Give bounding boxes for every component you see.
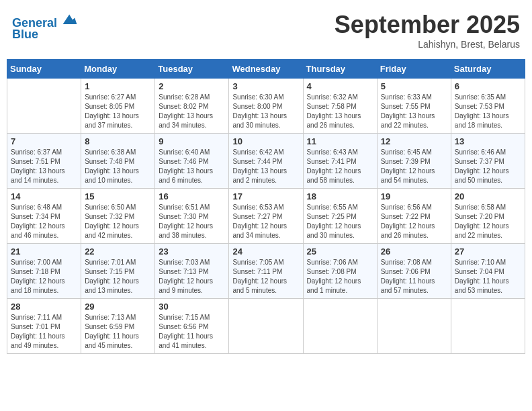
- day-info: Sunrise: 6:27 AM Sunset: 8:05 PM Dayligh…: [85, 93, 151, 130]
- day-number: 10: [232, 136, 299, 146]
- day-number: 2: [159, 81, 225, 91]
- day-info: Sunrise: 7:00 AM Sunset: 7:18 PM Dayligh…: [11, 258, 77, 295]
- day-info: Sunrise: 6:40 AM Sunset: 7:46 PM Dayligh…: [159, 148, 225, 185]
- day-info: Sunrise: 6:48 AM Sunset: 7:34 PM Dayligh…: [11, 203, 77, 240]
- month-title: September 2025: [335, 11, 520, 39]
- day-info: Sunrise: 6:28 AM Sunset: 8:02 PM Dayligh…: [159, 93, 225, 130]
- calendar-cell: 10Sunrise: 6:42 AM Sunset: 7:44 PM Dayli…: [229, 134, 303, 189]
- location: Lahishyn, Brest, Belarus: [335, 39, 520, 50]
- logo: General Blue: [12, 11, 78, 42]
- day-info: Sunrise: 7:06 AM Sunset: 7:08 PM Dayligh…: [307, 258, 373, 295]
- calendar-cell: 14Sunrise: 6:48 AM Sunset: 7:34 PM Dayli…: [7, 189, 81, 244]
- calendar-cell: 5Sunrise: 6:33 AM Sunset: 7:55 PM Daylig…: [377, 79, 451, 134]
- day-info: Sunrise: 7:08 AM Sunset: 7:06 PM Dayligh…: [381, 258, 447, 295]
- day-number: 23: [159, 246, 225, 257]
- calendar-cell: [377, 299, 451, 354]
- calendar-cell: 23Sunrise: 7:03 AM Sunset: 7:13 PM Dayli…: [155, 244, 229, 299]
- calendar-cell: [451, 299, 525, 354]
- weekday-header-sunday: Sunday: [7, 60, 81, 79]
- day-info: Sunrise: 7:11 AM Sunset: 7:01 PM Dayligh…: [11, 313, 77, 351]
- day-info: Sunrise: 6:37 AM Sunset: 7:51 PM Dayligh…: [11, 148, 77, 185]
- day-number: 3: [232, 81, 299, 91]
- day-number: 14: [11, 191, 77, 201]
- calendar-cell: [7, 79, 81, 134]
- day-number: 19: [381, 191, 447, 201]
- day-number: 20: [455, 191, 521, 201]
- calendar-cell: 20Sunrise: 6:58 AM Sunset: 7:20 PM Dayli…: [451, 189, 525, 244]
- calendar-cell: 2Sunrise: 6:28 AM Sunset: 8:02 PM Daylig…: [155, 79, 229, 134]
- day-number: 30: [159, 302, 225, 312]
- calendar-cell: 13Sunrise: 6:46 AM Sunset: 7:37 PM Dayli…: [451, 134, 525, 189]
- header: General Blue September 2025 Lahishyn, Br…: [7, 7, 525, 54]
- day-info: Sunrise: 6:33 AM Sunset: 7:55 PM Dayligh…: [381, 93, 447, 130]
- day-number: 4: [307, 81, 373, 91]
- day-info: Sunrise: 6:30 AM Sunset: 8:00 PM Dayligh…: [232, 93, 299, 130]
- calendar-cell: 25Sunrise: 7:06 AM Sunset: 7:08 PM Dayli…: [303, 244, 377, 299]
- day-number: 8: [85, 136, 151, 146]
- day-info: Sunrise: 7:03 AM Sunset: 7:13 PM Dayligh…: [159, 258, 225, 295]
- calendar: SundayMondayTuesdayWednesdayThursdayFrid…: [7, 59, 525, 354]
- week-row-2: 14Sunrise: 6:48 AM Sunset: 7:34 PM Dayli…: [7, 189, 525, 244]
- day-number: 28: [11, 302, 77, 312]
- calendar-cell: 1Sunrise: 6:27 AM Sunset: 8:05 PM Daylig…: [81, 79, 155, 134]
- calendar-cell: 15Sunrise: 6:50 AM Sunset: 7:32 PM Dayli…: [81, 189, 155, 244]
- weekday-header-thursday: Thursday: [303, 60, 377, 79]
- day-info: Sunrise: 6:32 AM Sunset: 7:58 PM Dayligh…: [307, 93, 373, 130]
- calendar-cell: 28Sunrise: 7:11 AM Sunset: 7:01 PM Dayli…: [7, 299, 81, 354]
- calendar-cell: 22Sunrise: 7:01 AM Sunset: 7:15 PM Dayli…: [81, 244, 155, 299]
- day-number: 21: [11, 246, 77, 257]
- day-number: 11: [307, 136, 373, 146]
- calendar-cell: 29Sunrise: 7:13 AM Sunset: 6:59 PM Dayli…: [81, 299, 155, 354]
- day-number: 5: [381, 81, 447, 91]
- day-number: 15: [85, 191, 151, 201]
- day-number: 26: [381, 246, 447, 257]
- week-row-4: 28Sunrise: 7:11 AM Sunset: 7:01 PM Dayli…: [7, 299, 525, 354]
- svg-marker-0: [63, 15, 77, 24]
- calendar-cell: 27Sunrise: 7:10 AM Sunset: 7:04 PM Dayli…: [451, 244, 525, 299]
- title-block: September 2025 Lahishyn, Brest, Belarus: [335, 11, 520, 50]
- calendar-cell: 26Sunrise: 7:08 AM Sunset: 7:06 PM Dayli…: [377, 244, 451, 299]
- calendar-cell: 9Sunrise: 6:40 AM Sunset: 7:46 PM Daylig…: [155, 134, 229, 189]
- calendar-cell: 8Sunrise: 6:38 AM Sunset: 7:48 PM Daylig…: [81, 134, 155, 189]
- day-info: Sunrise: 6:58 AM Sunset: 7:20 PM Dayligh…: [455, 203, 521, 240]
- day-number: 9: [159, 136, 225, 146]
- logo-icon: [62, 11, 78, 27]
- day-info: Sunrise: 6:53 AM Sunset: 7:27 PM Dayligh…: [232, 203, 299, 240]
- weekday-header-wednesday: Wednesday: [229, 60, 303, 79]
- day-number: 1: [85, 81, 151, 91]
- day-info: Sunrise: 6:46 AM Sunset: 7:37 PM Dayligh…: [455, 148, 521, 185]
- calendar-cell: 11Sunrise: 6:43 AM Sunset: 7:41 PM Dayli…: [303, 134, 377, 189]
- day-number: 16: [159, 191, 225, 201]
- calendar-cell: 19Sunrise: 6:56 AM Sunset: 7:22 PM Dayli…: [377, 189, 451, 244]
- calendar-cell: 21Sunrise: 7:00 AM Sunset: 7:18 PM Dayli…: [7, 244, 81, 299]
- calendar-cell: [303, 299, 377, 354]
- week-row-0: 1Sunrise: 6:27 AM Sunset: 8:05 PM Daylig…: [7, 79, 525, 134]
- day-number: 17: [232, 191, 299, 201]
- day-info: Sunrise: 6:35 AM Sunset: 7:53 PM Dayligh…: [455, 93, 521, 130]
- day-number: 12: [381, 136, 447, 146]
- calendar-cell: 30Sunrise: 7:15 AM Sunset: 6:56 PM Dayli…: [155, 299, 229, 354]
- weekday-header-tuesday: Tuesday: [155, 60, 229, 79]
- day-number: 29: [85, 302, 151, 312]
- day-number: 7: [11, 136, 77, 146]
- week-row-1: 7Sunrise: 6:37 AM Sunset: 7:51 PM Daylig…: [7, 134, 525, 189]
- day-info: Sunrise: 7:13 AM Sunset: 6:59 PM Dayligh…: [85, 313, 151, 351]
- weekday-header-monday: Monday: [81, 60, 155, 79]
- day-info: Sunrise: 6:43 AM Sunset: 7:41 PM Dayligh…: [307, 148, 373, 185]
- calendar-cell: 12Sunrise: 6:45 AM Sunset: 7:39 PM Dayli…: [377, 134, 451, 189]
- day-number: 27: [455, 246, 521, 257]
- day-info: Sunrise: 6:50 AM Sunset: 7:32 PM Dayligh…: [85, 203, 151, 240]
- day-info: Sunrise: 7:05 AM Sunset: 7:11 PM Dayligh…: [232, 258, 299, 295]
- day-info: Sunrise: 6:38 AM Sunset: 7:48 PM Dayligh…: [85, 148, 151, 185]
- calendar-cell: 17Sunrise: 6:53 AM Sunset: 7:27 PM Dayli…: [229, 189, 303, 244]
- day-number: 22: [85, 246, 151, 257]
- calendar-cell: 7Sunrise: 6:37 AM Sunset: 7:51 PM Daylig…: [7, 134, 81, 189]
- day-info: Sunrise: 6:42 AM Sunset: 7:44 PM Dayligh…: [232, 148, 299, 185]
- day-number: 18: [307, 191, 373, 201]
- day-info: Sunrise: 6:56 AM Sunset: 7:22 PM Dayligh…: [381, 203, 447, 240]
- day-number: 24: [232, 246, 299, 257]
- calendar-header-row: SundayMondayTuesdayWednesdayThursdayFrid…: [7, 60, 525, 79]
- calendar-cell: 24Sunrise: 7:05 AM Sunset: 7:11 PM Dayli…: [229, 244, 303, 299]
- calendar-cell: 6Sunrise: 6:35 AM Sunset: 7:53 PM Daylig…: [451, 79, 525, 134]
- calendar-cell: 16Sunrise: 6:51 AM Sunset: 7:30 PM Dayli…: [155, 189, 229, 244]
